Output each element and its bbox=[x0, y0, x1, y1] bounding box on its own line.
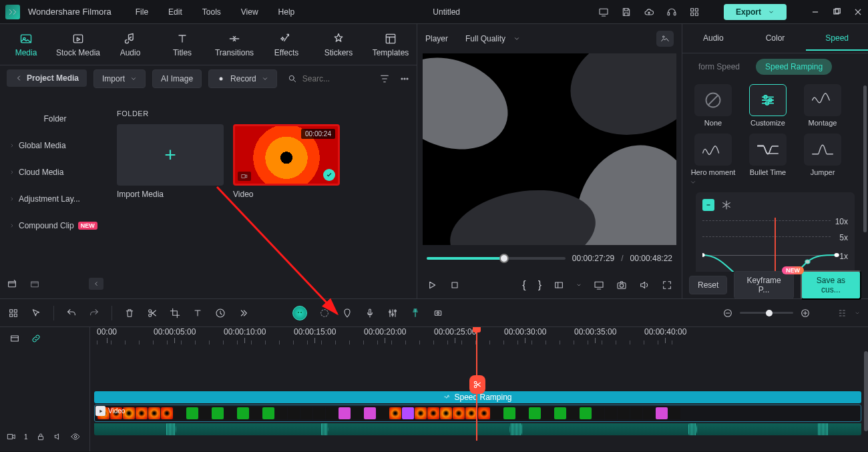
minimize-icon[interactable] bbox=[811, 7, 820, 17]
reset-button[interactable]: Reset bbox=[689, 276, 727, 294]
audio-clip[interactable] bbox=[94, 423, 861, 435]
device-icon[interactable] bbox=[598, 7, 609, 17]
preset-bullet[interactable]: Bullet Time bbox=[744, 134, 792, 176]
stop-icon[interactable] bbox=[449, 280, 460, 290]
tab-audio[interactable]: Audio bbox=[682, 27, 744, 51]
timeline-scrollbar[interactable] bbox=[864, 351, 868, 431]
audio-mixer-icon[interactable] bbox=[387, 308, 398, 318]
timeline-area[interactable]: 00:00 00:00:05:00 00:00:10:00 00:00:15:0… bbox=[90, 327, 868, 451]
ribbon-audio[interactable]: Audio bbox=[104, 32, 156, 57]
menu-view[interactable]: View bbox=[241, 7, 258, 17]
project-media-chip[interactable]: Project Media bbox=[7, 69, 87, 87]
ribbon-templates[interactable]: Templates bbox=[365, 32, 417, 57]
preset-none[interactable]: None bbox=[689, 84, 737, 127]
more-tools-icon[interactable] bbox=[238, 308, 248, 318]
quality-select[interactable]: Full Quality bbox=[465, 34, 520, 43]
play-icon[interactable] bbox=[427, 280, 437, 290]
camera-icon[interactable] bbox=[616, 280, 627, 290]
ramp-graph[interactable]: 10x 5x 1x 0.5x 0.1x bbox=[702, 218, 848, 272]
chevron-down-icon[interactable] bbox=[855, 310, 860, 316]
volume-icon[interactable] bbox=[639, 280, 650, 290]
preset-customize[interactable]: Customize bbox=[744, 84, 792, 127]
search-input[interactable] bbox=[301, 73, 335, 84]
speed-tool-icon[interactable] bbox=[215, 308, 226, 318]
close-icon[interactable] bbox=[853, 7, 863, 17]
menu-tools[interactable]: Tools bbox=[202, 7, 221, 17]
subtab-ramping[interactable]: Speed Ramping bbox=[756, 59, 832, 75]
preset-jumper[interactable]: Jumper bbox=[799, 134, 847, 176]
bin-icon[interactable] bbox=[29, 278, 40, 289]
tab-speed[interactable]: Speed bbox=[806, 27, 868, 51]
video-tile[interactable]: 00:00:24 Video bbox=[233, 124, 340, 199]
player-progress[interactable] bbox=[427, 257, 566, 260]
mark-in-icon[interactable]: { bbox=[522, 279, 525, 291]
filter-icon[interactable] bbox=[379, 73, 390, 84]
ai-tool-icon[interactable] bbox=[292, 306, 307, 320]
cloud-icon[interactable] bbox=[644, 7, 654, 17]
preset-montage[interactable]: Montage bbox=[799, 84, 847, 127]
ribbon-transitions[interactable]: Transitions bbox=[208, 32, 260, 57]
menu-help[interactable]: Help bbox=[278, 7, 295, 17]
crop-icon[interactable] bbox=[170, 308, 180, 318]
chevron-down-icon[interactable] bbox=[576, 282, 582, 288]
apps-icon[interactable] bbox=[689, 7, 700, 17]
tab-color[interactable]: Color bbox=[744, 27, 807, 51]
ribbon-effects[interactable]: Effects bbox=[260, 32, 312, 57]
video-clip[interactable] bbox=[94, 405, 861, 422]
render-icon[interactable] bbox=[319, 308, 330, 318]
sidebar-cloud-media[interactable]: Cloud Media bbox=[0, 159, 110, 186]
save-custom-button[interactable]: Save as cus... bbox=[801, 270, 861, 300]
redo-icon[interactable] bbox=[89, 308, 99, 318]
scrollbar[interactable] bbox=[863, 85, 867, 232]
split-icon[interactable] bbox=[147, 308, 158, 318]
marker-tool-icon[interactable] bbox=[342, 308, 353, 318]
mute-track-icon[interactable] bbox=[53, 432, 63, 441]
menu-edit[interactable]: Edit bbox=[168, 7, 182, 17]
keyframe-tool-icon[interactable] bbox=[433, 308, 443, 318]
remove-keyframe-button[interactable] bbox=[702, 199, 714, 211]
track-height-icon[interactable] bbox=[837, 308, 848, 318]
razor-button[interactable] bbox=[469, 375, 485, 394]
delete-icon[interactable] bbox=[124, 308, 135, 318]
sidebar-compound[interactable]: Compound Clip NEW bbox=[0, 212, 110, 239]
hide-track-icon[interactable] bbox=[71, 432, 80, 441]
magnet-icon[interactable] bbox=[410, 308, 421, 318]
record-button[interactable]: Record bbox=[208, 69, 277, 88]
select-tool-icon[interactable] bbox=[31, 308, 41, 318]
import-button[interactable]: Import bbox=[93, 69, 146, 88]
voiceover-icon[interactable] bbox=[365, 308, 375, 318]
ai-image-button[interactable]: AI Image bbox=[152, 69, 202, 88]
snapshot-mode-icon[interactable] bbox=[656, 31, 674, 47]
mark-out-icon[interactable]: } bbox=[538, 279, 541, 291]
expand-presets[interactable] bbox=[689, 176, 861, 188]
display-icon[interactable] bbox=[594, 280, 604, 290]
import-media-tile[interactable]: + Import Media bbox=[117, 124, 224, 199]
sidebar-global-media[interactable]: Global Media bbox=[0, 132, 110, 159]
zoom-in-icon[interactable] bbox=[800, 308, 811, 318]
menu-file[interactable]: File bbox=[136, 7, 148, 17]
sidebar-folder[interactable]: Folder bbox=[0, 105, 110, 132]
save-icon[interactable] bbox=[621, 7, 632, 17]
ribbon-media[interactable]: Media bbox=[0, 32, 52, 57]
ribbon-stock[interactable]: Stock Media bbox=[52, 32, 104, 57]
link-icon[interactable] bbox=[31, 333, 41, 344]
track-header[interactable]: 1 bbox=[0, 422, 89, 451]
ribbon-titles[interactable]: Titles bbox=[156, 32, 208, 57]
fullscreen-icon[interactable] bbox=[662, 280, 672, 290]
sidebar-adjustment[interactable]: Adjustment Lay... bbox=[0, 186, 110, 212]
zoom-slider[interactable] bbox=[740, 312, 793, 314]
crop-ratio-icon[interactable] bbox=[554, 280, 564, 290]
timeline-settings-icon[interactable] bbox=[9, 333, 20, 344]
subtab-uniform[interactable]: form Speed bbox=[689, 59, 749, 75]
text-tool-icon[interactable] bbox=[192, 308, 203, 318]
grid-icon[interactable] bbox=[8, 308, 19, 318]
zoom-out-icon[interactable] bbox=[722, 308, 733, 318]
support-icon[interactable] bbox=[666, 7, 677, 17]
export-button[interactable]: Export bbox=[724, 4, 787, 20]
keyframe-button[interactable]: Keyframe P... bbox=[734, 271, 793, 299]
undo-icon[interactable] bbox=[66, 308, 77, 318]
ribbon-stickers[interactable]: Stickers bbox=[312, 32, 365, 57]
maximize-icon[interactable] bbox=[832, 7, 841, 17]
lock-track-icon[interactable] bbox=[36, 432, 45, 441]
preview-viewport[interactable] bbox=[423, 53, 676, 245]
